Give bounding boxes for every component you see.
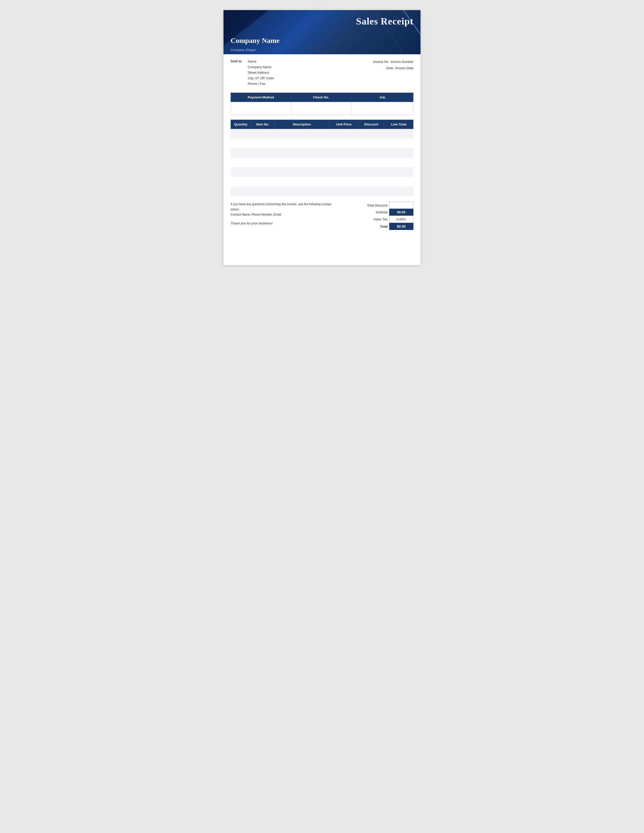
sales-tax-label: Sales Tax [363, 216, 389, 223]
unit-price-cell[interactable] [329, 138, 359, 148]
contact-text: If you have any questions concerning thi… [230, 202, 336, 217]
payment-table: Payment Method Check No. Job [230, 93, 414, 115]
table-row [231, 129, 414, 139]
total-label: Total [363, 223, 389, 230]
receipt-title: Sales Receipt [356, 16, 414, 27]
invoice-info: Invoice No Invoice Number Date Invoice D… [373, 59, 414, 87]
sales-receipt-page: Sales Receipt Company Name Company Sloga… [224, 10, 420, 265]
item-no-cell[interactable] [251, 129, 275, 139]
invoice-no-label: Invoice No [373, 59, 388, 65]
discount-cell[interactable] [359, 187, 384, 196]
total-value: $0.00 [389, 223, 413, 230]
sold-to-name: Name [248, 59, 274, 64]
desc-cell[interactable] [275, 129, 329, 139]
items-section: Quantity Item No. Description Unit Price… [224, 115, 420, 196]
discount-cell[interactable] [359, 177, 384, 187]
total-discount-row: Total Discount [363, 202, 414, 209]
invoice-no-value: Invoice Number [390, 59, 414, 65]
unit-price-cell[interactable] [329, 177, 359, 187]
sold-to-left: Sold to Name Company Name Street Address… [230, 59, 274, 87]
bottom-section: If you have any questions concerning thi… [224, 196, 420, 237]
qty-cell[interactable] [231, 148, 251, 158]
unit-price-cell[interactable] [329, 158, 359, 167]
payment-method-header: Payment Method [231, 93, 291, 102]
sold-to-address: Street Address [248, 70, 274, 76]
payment-method-cell[interactable] [231, 102, 291, 115]
total-discount-label: Total Discount [363, 202, 389, 209]
subtotal-value: $0.00 [389, 209, 413, 216]
discount-cell[interactable] [359, 158, 384, 167]
discount-cell[interactable] [359, 138, 384, 148]
item-no-cell[interactable] [251, 138, 275, 148]
table-row [231, 177, 414, 187]
qty-cell[interactable] [231, 138, 251, 148]
total-row: Total $0.00 [363, 223, 414, 230]
job-cell[interactable] [351, 102, 414, 115]
table-row [231, 167, 414, 177]
item-no-cell[interactable] [251, 148, 275, 158]
items-table: Quantity Item No. Description Unit Price… [230, 120, 414, 196]
totals-table: Total Discount Subtotal $0.00 Sales Tax … [363, 202, 414, 230]
sold-to-details: Name Company Name Street Address City, S… [248, 59, 274, 87]
desc-cell[interactable] [275, 187, 329, 196]
footer-contact: If you have any questions concerning thi… [230, 202, 336, 225]
table-row [231, 138, 414, 148]
desc-cell[interactable] [275, 167, 329, 177]
line-total-cell[interactable] [384, 138, 414, 148]
desc-cell[interactable] [275, 177, 329, 187]
unit-price-cell[interactable] [329, 167, 359, 177]
discount-cell[interactable] [359, 167, 384, 177]
invoice-date-label: Date [386, 65, 393, 71]
desc-cell[interactable] [275, 158, 329, 167]
discount-header: Discount [359, 120, 384, 129]
table-row [231, 158, 414, 167]
desc-cell[interactable] [275, 148, 329, 158]
unit-price-cell[interactable] [329, 129, 359, 139]
line-total-header: Line Total [384, 120, 414, 129]
unit-price-cell[interactable] [329, 187, 359, 196]
item-no-cell[interactable] [251, 167, 275, 177]
item-no-cell[interactable] [251, 158, 275, 167]
sales-tax-value[interactable]: 0.00% [389, 216, 413, 223]
discount-cell[interactable] [359, 148, 384, 158]
header: Sales Receipt Company Name Company Sloga… [224, 10, 420, 54]
contact-info-text: If you have any questions concerning thi… [230, 203, 331, 211]
company-slogan: Company Slogan [230, 48, 256, 52]
qty-cell[interactable] [231, 187, 251, 196]
item-no-cell[interactable] [251, 177, 275, 187]
qty-cell[interactable] [231, 129, 251, 139]
line-total-cell[interactable] [384, 167, 414, 177]
description-header: Description [275, 120, 329, 129]
payment-section: Payment Method Check No. Job [224, 89, 420, 115]
line-total-cell[interactable] [384, 129, 414, 139]
qty-cell[interactable] [231, 177, 251, 187]
qty-cell[interactable] [231, 167, 251, 177]
line-total-cell[interactable] [384, 177, 414, 187]
sold-to-city: City, ST ZIP Code [248, 76, 274, 81]
total-discount-value[interactable] [389, 202, 413, 209]
item-no-cell[interactable] [251, 187, 275, 196]
line-total-cell[interactable] [384, 158, 414, 167]
unit-price-cell[interactable] [329, 148, 359, 158]
sold-to-label: Sold to [230, 59, 243, 87]
qty-cell[interactable] [231, 158, 251, 167]
company-name-header: Company Name [230, 37, 280, 45]
check-no-cell[interactable] [291, 102, 351, 115]
payment-row [231, 102, 414, 115]
sold-to-company: Company Name [248, 64, 274, 70]
sold-to-phone: Phone | Fax [248, 81, 274, 87]
contact-details: Contact Name, Phone Number, Email [230, 213, 281, 216]
invoice-no-row: Invoice No Invoice Number [373, 59, 414, 65]
discount-cell[interactable] [359, 129, 384, 139]
line-total-cell[interactable] [384, 148, 414, 158]
table-row [231, 187, 414, 196]
sold-to-section: Sold to Name Company Name Street Address… [224, 54, 420, 89]
desc-cell[interactable] [275, 138, 329, 148]
table-row [231, 148, 414, 158]
item-no-header: Item No. [251, 120, 275, 129]
subtotal-row: Subtotal $0.00 [363, 209, 414, 216]
line-total-cell[interactable] [384, 187, 414, 196]
check-no-header: Check No. [291, 93, 351, 102]
sales-tax-row: Sales Tax 0.00% [363, 216, 414, 223]
subtotal-label: Subtotal [363, 209, 389, 216]
